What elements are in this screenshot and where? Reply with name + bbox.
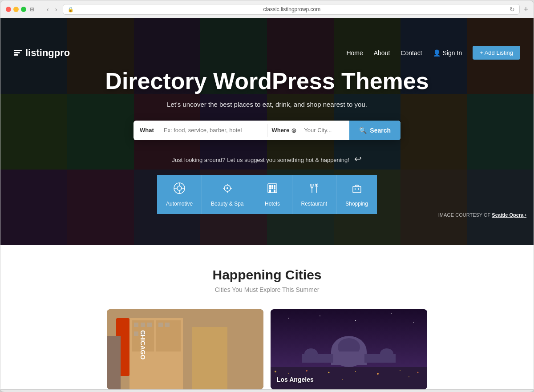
svg-rect-37: [134, 331, 138, 336]
svg-point-45: [320, 315, 320, 316]
main-nav: listingpro Home About Contact 👤 Sign In …: [0, 39, 534, 67]
address-bar[interactable]: 🔒 classic.listingprowp.com ↻: [63, 4, 520, 15]
shopping-label: Shopping: [345, 201, 368, 207]
svg-point-57: [275, 371, 276, 372]
svg-point-61: [355, 371, 356, 372]
svg-point-46: [355, 320, 356, 321]
image-credit-prefix: IMAGE COURTESY OF: [438, 212, 491, 218]
category-shopping[interactable]: Shopping: [336, 175, 377, 214]
svg-point-44: [288, 318, 289, 319]
beauty-label: Beauty & Spa: [211, 201, 243, 207]
svg-rect-32: [134, 323, 138, 327]
hero-subtitle: Let's uncover the best places to eat, dr…: [9, 101, 525, 108]
hotels-label: Hotels: [265, 201, 280, 207]
svg-point-7: [227, 187, 228, 189]
image-credit-name: Seattle Opera: [492, 212, 523, 218]
svg-point-48: [413, 322, 414, 323]
svg-point-66: [342, 379, 343, 380]
suggest-arrow-icon: ↩: [354, 154, 362, 164]
svg-rect-36: [165, 323, 170, 327]
search-what-input[interactable]: [160, 121, 267, 140]
user-icon: 👤: [433, 49, 441, 57]
browser-window: ⊞ ‹ › 🔒 classic.listingprowp.com ↻ +: [0, 0, 534, 392]
logo-icon: [14, 50, 22, 56]
url-text: classic.listingprowp.com: [77, 6, 507, 12]
restaurant-icon: [308, 182, 320, 197]
svg-rect-35: [158, 323, 163, 327]
search-city-input[interactable]: [300, 121, 349, 140]
search-icon: 🔍: [359, 127, 367, 134]
svg-rect-13: [269, 185, 271, 187]
category-hotels[interactable]: Hotels: [253, 175, 292, 214]
svg-rect-20: [274, 190, 275, 193]
svg-point-55: [380, 348, 393, 359]
close-button[interactable]: [6, 7, 11, 12]
svg-point-67: [409, 376, 409, 377]
svg-rect-39: [192, 327, 227, 389]
shopping-icon: [351, 182, 363, 197]
search-box: What Where ◎ 🔍 Search: [134, 121, 400, 140]
svg-point-1: [177, 186, 182, 190]
svg-point-64: [417, 372, 419, 373]
search-where-text: Where: [272, 127, 290, 133]
restaurant-label: Restaurant: [301, 201, 328, 207]
maximize-button[interactable]: [21, 7, 26, 12]
signin-button[interactable]: 👤 Sign In: [433, 49, 462, 57]
search-button-label: Search: [370, 127, 391, 134]
automotive-label: Automotive: [166, 201, 193, 207]
minimize-button[interactable]: [13, 7, 19, 12]
svg-rect-51: [331, 352, 367, 365]
nav-links: Home About Contact 👤 Sign In + Add Listi…: [346, 46, 520, 60]
nav-home[interactable]: Home: [346, 49, 363, 57]
sidebar-toggle-button[interactable]: ⊞: [30, 6, 34, 12]
cities-section-title: Happening Cities: [0, 267, 534, 283]
svg-point-59: [306, 370, 307, 372]
category-beauty-spa[interactable]: Beauty & Spa: [202, 175, 253, 214]
signin-label: Sign In: [443, 49, 462, 57]
city-card-chicago[interactable]: CHICAGO: [107, 309, 263, 389]
svg-text:CHICAGO: CHICAGO: [139, 330, 146, 360]
svg-point-53: [304, 348, 318, 359]
svg-point-63: [400, 370, 400, 371]
add-listing-button[interactable]: + Add Listing: [473, 46, 520, 60]
svg-point-58: [288, 373, 289, 374]
new-tab-button[interactable]: +: [523, 5, 528, 14]
logo-text: listingpro: [25, 47, 70, 59]
browser-chrome: ⊞ ‹ › 🔒 classic.listingprowp.com ↻ +: [0, 0, 534, 18]
add-listing-label: + Add Listing: [480, 49, 513, 56]
svg-rect-14: [271, 185, 273, 187]
beauty-icon: [221, 182, 234, 197]
cities-section: Happening Cities Cities You Must Explore…: [0, 245, 534, 390]
category-restaurant[interactable]: Restaurant: [292, 175, 337, 214]
browser-nav: ‹ ›: [44, 5, 59, 14]
nav-about[interactable]: About: [374, 49, 390, 57]
reload-button[interactable]: ↻: [510, 6, 515, 13]
search-where-label: Where ◎: [267, 127, 301, 133]
website-content: listingpro Home About Contact 👤 Sign In …: [0, 18, 534, 390]
window-controls: [6, 7, 26, 12]
back-button[interactable]: ‹: [44, 5, 51, 14]
svg-rect-19: [269, 190, 271, 193]
forward-button[interactable]: ›: [53, 5, 60, 14]
logo[interactable]: listingpro: [14, 47, 70, 59]
search-what-label: What: [134, 127, 160, 133]
svg-rect-17: [271, 187, 273, 189]
svg-rect-15: [274, 185, 275, 187]
svg-rect-42: [107, 336, 121, 389]
image-credit-link[interactable]: Seattle Opera ›: [492, 212, 526, 218]
search-button[interactable]: 🔍 Search: [349, 121, 400, 140]
svg-rect-16: [269, 187, 271, 189]
city-card-la[interactable]: Los Angeles: [271, 309, 427, 389]
category-automotive[interactable]: Automotive: [157, 175, 202, 214]
nav-contact[interactable]: Contact: [400, 49, 422, 57]
image-credit: IMAGE COURTESY OF Seattle Opera ›: [438, 212, 526, 218]
browser-toolbar: ⊞ ‹ › 🔒 classic.listingprowp.com ↻ +: [6, 4, 528, 18]
svg-rect-25: [353, 186, 361, 193]
la-city-label: Los Angeles: [277, 376, 314, 383]
svg-rect-18: [274, 187, 275, 189]
svg-rect-33: [141, 323, 145, 327]
lock-icon: 🔒: [68, 7, 74, 12]
chicago-image: CHICAGO: [107, 309, 263, 389]
hero-content: Directory WordPress Themes Let's uncover…: [0, 68, 534, 175]
svg-point-62: [377, 373, 379, 375]
